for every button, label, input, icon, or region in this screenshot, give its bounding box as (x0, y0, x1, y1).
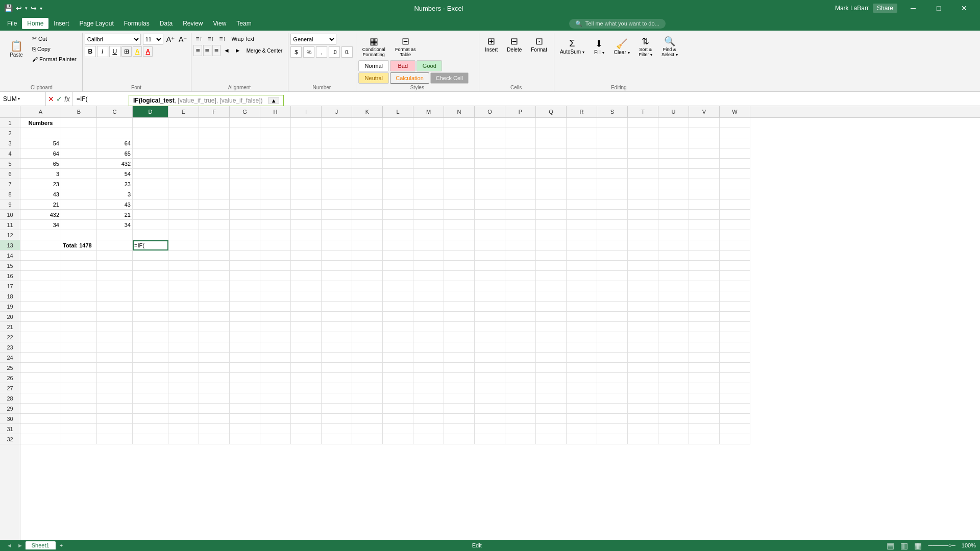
cell-f21[interactable] (199, 322, 230, 332)
cell-p18[interactable] (505, 291, 536, 302)
cell-j24[interactable] (322, 353, 352, 363)
cell-s6[interactable] (597, 169, 628, 179)
cell-t30[interactable] (628, 414, 658, 424)
row-header-4[interactable]: 4 (0, 148, 20, 159)
cell-b7[interactable] (61, 179, 97, 189)
col-header-n[interactable]: N (444, 106, 475, 117)
cell-o7[interactable] (475, 179, 505, 189)
cell-t6[interactable] (628, 169, 658, 179)
cell-w3[interactable] (720, 138, 750, 148)
cell-h12[interactable] (260, 230, 291, 240)
cell-t2[interactable] (628, 128, 658, 138)
cell-f17[interactable] (199, 281, 230, 291)
cell-c26[interactable] (97, 373, 133, 383)
cell-a20[interactable] (20, 312, 61, 322)
cell-i19[interactable] (291, 302, 322, 312)
menu-review[interactable]: Review (178, 18, 208, 29)
cell-c16[interactable] (97, 271, 133, 281)
cell-l13[interactable] (383, 240, 413, 251)
cell-f31[interactable] (199, 424, 230, 434)
cell-a16[interactable] (20, 271, 61, 281)
cell-t7[interactable] (628, 179, 658, 189)
cell-k6[interactable] (352, 169, 383, 179)
cell-e9[interactable] (168, 199, 199, 210)
cell-s9[interactable] (597, 199, 628, 210)
cell-p25[interactable] (505, 363, 536, 373)
cell-v25[interactable] (689, 363, 720, 373)
cell-d19[interactable] (133, 302, 168, 312)
cell-v29[interactable] (689, 404, 720, 414)
increase-font-btn[interactable]: A⁺ (165, 34, 176, 44)
italic-button[interactable]: I (97, 46, 108, 57)
cell-m19[interactable] (413, 302, 444, 312)
cell-p31[interactable] (505, 424, 536, 434)
cell-f15[interactable] (199, 261, 230, 271)
cell-b24[interactable] (61, 353, 97, 363)
cell-r1[interactable] (567, 118, 597, 128)
cell-p26[interactable] (505, 373, 536, 383)
align-top-right-btn[interactable]: ≡↑ (217, 34, 228, 44)
cell-o25[interactable] (475, 363, 505, 373)
col-header-q[interactable]: Q (536, 106, 567, 117)
cell-t16[interactable] (628, 271, 658, 281)
row-header-11[interactable]: 11 (0, 220, 20, 230)
cell-c23[interactable] (97, 342, 133, 353)
cell-r28[interactable] (567, 393, 597, 404)
cell-w24[interactable] (720, 353, 750, 363)
align-top-center-btn[interactable]: ≡↑ (205, 34, 216, 44)
cell-i30[interactable] (291, 414, 322, 424)
cell-h30[interactable] (260, 414, 291, 424)
cell-d13[interactable]: =IF( (133, 240, 168, 251)
cell-g8[interactable] (230, 189, 260, 199)
cell-h27[interactable] (260, 383, 291, 393)
cell-r17[interactable] (567, 281, 597, 291)
decrease-decimal-btn[interactable]: .0 (329, 46, 340, 58)
cell-w20[interactable] (720, 312, 750, 322)
cell-k20[interactable] (352, 312, 383, 322)
tell-me-search[interactable]: 🔍 Tell me what you want to do... (569, 19, 666, 29)
cell-q21[interactable] (536, 322, 567, 332)
cell-a9[interactable]: 21 (20, 199, 61, 210)
cell-k4[interactable] (352, 148, 383, 159)
cell-b22[interactable] (61, 332, 97, 342)
cell-q9[interactable] (536, 199, 567, 210)
cell-o9[interactable] (475, 199, 505, 210)
cell-k30[interactable] (352, 414, 383, 424)
cell-j32[interactable] (322, 434, 352, 444)
cell-p8[interactable] (505, 189, 536, 199)
cell-s8[interactable] (597, 189, 628, 199)
cell-p20[interactable] (505, 312, 536, 322)
cell-l5[interactable] (383, 159, 413, 169)
cell-e30[interactable] (168, 414, 199, 424)
cell-w9[interactable] (720, 199, 750, 210)
clear-btn[interactable]: 🧹 Clear ▾ (610, 36, 633, 57)
cell-t15[interactable] (628, 261, 658, 271)
cell-n1[interactable] (444, 118, 475, 128)
align-right-btn[interactable]: ≡ (212, 45, 220, 56)
cell-u6[interactable] (658, 169, 689, 179)
cell-d5[interactable] (133, 159, 168, 169)
cell-d9[interactable] (133, 199, 168, 210)
cell-u18[interactable] (658, 291, 689, 302)
col-header-m[interactable]: M (413, 106, 444, 117)
cell-m26[interactable] (413, 373, 444, 383)
cell-o14[interactable] (475, 251, 505, 261)
cell-p30[interactable] (505, 414, 536, 424)
cell-i4[interactable] (291, 148, 322, 159)
cell-p13[interactable] (505, 240, 536, 251)
col-header-u[interactable]: U (658, 106, 689, 117)
cell-w32[interactable] (720, 434, 750, 444)
cell-g23[interactable] (230, 342, 260, 353)
sort-filter-btn[interactable]: ⇅ Sort &Filter ▾ (635, 34, 656, 59)
cell-b26[interactable] (61, 373, 97, 383)
cell-n21[interactable] (444, 322, 475, 332)
cell-v4[interactable] (689, 148, 720, 159)
cell-s3[interactable] (597, 138, 628, 148)
cell-n3[interactable] (444, 138, 475, 148)
cell-l3[interactable] (383, 138, 413, 148)
cell-j11[interactable] (322, 220, 352, 230)
cell-d28[interactable] (133, 393, 168, 404)
cell-d23[interactable] (133, 342, 168, 353)
cell-f24[interactable] (199, 353, 230, 363)
cell-l15[interactable] (383, 261, 413, 271)
